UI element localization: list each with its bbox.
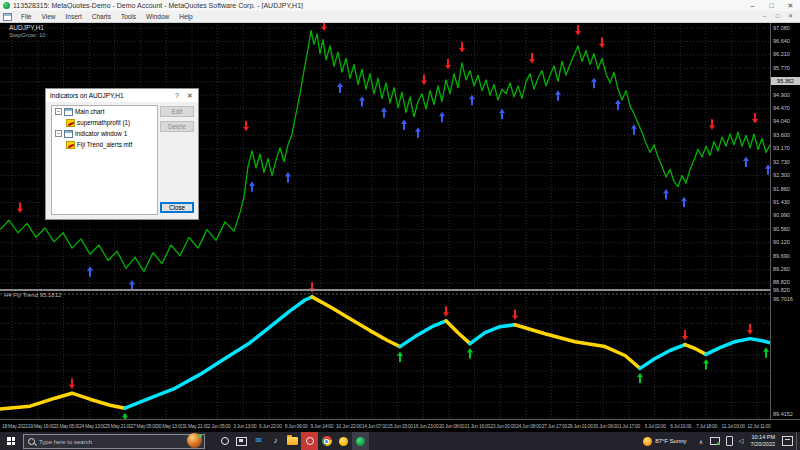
minimize-button[interactable]: – <box>743 0 762 11</box>
trend-up-arrow <box>637 373 643 384</box>
tree-item[interactable]: −Main chart <box>52 106 157 117</box>
restore-button[interactable]: □ <box>762 0 781 11</box>
edit-button[interactable]: Edit <box>160 106 194 117</box>
menu-item-tools[interactable]: Tools <box>116 11 141 22</box>
price-axis-label: 92.730 <box>773 159 790 165</box>
buy-signal-arrow <box>359 96 365 107</box>
time-axis-label: 20 Jun 08:00 <box>439 423 465 429</box>
time-axis-label: 25 May 21:00 <box>105 423 131 429</box>
metatrader-icon[interactable] <box>352 432 369 450</box>
mail-icon[interactable]: ✉ <box>250 432 267 450</box>
time-axis-label: 18 May 2022 <box>2 423 28 429</box>
opera-icon[interactable] <box>301 432 318 450</box>
time-axis-label: 3 Jun 13:00 <box>233 423 259 429</box>
taskbar-search[interactable]: Type here to search <box>23 434 205 449</box>
time-axis-label: 1 Jul 17:00 <box>619 423 645 429</box>
price-axis-label: 94.900 <box>773 92 790 98</box>
tree-item-indicator[interactable]: Fiji Trend_alerts mtf <box>52 139 157 150</box>
metatrader-logo-icon <box>3 2 10 9</box>
trend-up-arrow <box>763 347 769 358</box>
collapse-icon[interactable]: − <box>55 130 62 137</box>
file-explorer-icon[interactable] <box>284 432 301 450</box>
trend-down-arrow <box>69 378 75 389</box>
collapse-icon[interactable]: − <box>55 108 62 115</box>
menu-item-view[interactable]: View <box>36 11 60 22</box>
opera-o-icon <box>306 437 314 445</box>
clock-time: 10:14 PM <box>751 434 775 440</box>
tree-item-label: Indicator window 1 <box>75 130 127 137</box>
dialog-title: Indicators on AUDJPY,H1 <box>50 92 124 99</box>
taskbar-clock[interactable]: 10:14 PM 7/20/2022 <box>751 434 775 448</box>
menu-item-file[interactable]: File <box>16 11 36 22</box>
mdi-minimize-button[interactable]: – <box>758 12 771 21</box>
music-app-icon[interactable]: ♪ <box>267 432 284 450</box>
time-axis-label: 23 May 05:00 <box>53 423 79 429</box>
time-axis-label: 30 May 13:00 <box>156 423 182 429</box>
tray-expand-icon[interactable]: ∧ <box>699 438 703 445</box>
indicator-icon <box>66 119 75 127</box>
show-desktop-button[interactable] <box>796 432 800 450</box>
mdi-close-button[interactable]: ✕ <box>784 12 797 21</box>
dialog-help-button[interactable]: ? <box>172 92 182 99</box>
delete-button[interactable]: Delete <box>160 121 194 132</box>
honeygain-icon[interactable] <box>335 432 352 450</box>
pinned-apps: ✉ ♪ <box>216 432 369 450</box>
task-view-icon[interactable] <box>233 432 250 450</box>
indicator-window-label: H4 Fiji Trend 95.1812 <box>4 292 61 298</box>
tree-item[interactable]: −Indicator window 1 <box>52 128 157 139</box>
menu-item-window[interactable]: Window <box>141 11 174 22</box>
time-axis-label: 12 Jul 11:00 <box>747 423 773 429</box>
price-axis-label: 90.120 <box>773 239 790 245</box>
window-splitter[interactable] <box>0 289 800 291</box>
trend-down-arrow <box>747 324 753 335</box>
fiji-trend-segment <box>125 297 312 408</box>
buy-signal-arrow <box>285 172 291 183</box>
price-axis-label: 93.170 <box>773 145 790 151</box>
price-axis-label: 91.860 <box>773 186 790 192</box>
time-axis-label: 30 Jun 09:00 <box>593 423 619 429</box>
time-axis-label: 21 Jun 16:00 <box>465 423 491 429</box>
time-axis[interactable]: 18 May 202219 May 19:0023 May 05:0024 Ma… <box>0 419 800 433</box>
network-icon[interactable] <box>710 437 720 445</box>
phone-icon[interactable] <box>726 436 733 446</box>
action-center-icon[interactable] <box>782 436 793 446</box>
mdi-restore-button[interactable]: □ <box>771 12 784 21</box>
taskbar: Type here to search ✉ ♪ 87°F Sunny ∧ ◁ 1… <box>0 432 800 450</box>
dialog-close-icon[interactable]: ✕ <box>185 92 195 100</box>
volume-icon[interactable]: ◁ <box>739 437 744 445</box>
price-axis[interactable]: 95.362 96.820 96.7016 89.4152 97.08096.6… <box>770 22 800 419</box>
price-chart-svg[interactable] <box>0 22 770 432</box>
time-axis-label: 24 Jun 08:00 <box>516 423 542 429</box>
tree-item-indicator[interactable]: supermathprofit (1) <box>52 117 157 128</box>
chart-area[interactable]: AUDJPY,H1 StepGrow: 10 H4 Fiji Trend 95.… <box>0 22 800 432</box>
menu-item-help[interactable]: Help <box>174 11 197 22</box>
close-button[interactable]: ✕ <box>781 0 800 11</box>
chrome-icon[interactable] <box>318 432 335 450</box>
time-axis-label: 24 May 13:00 <box>79 423 105 429</box>
menu-item-charts[interactable]: Charts <box>87 11 116 22</box>
menu-item-insert[interactable]: Insert <box>60 11 86 22</box>
start-button[interactable] <box>0 432 22 450</box>
time-axis-label: 10 Jun 22:00 <box>336 423 362 429</box>
indicator-list[interactable]: −Main chartsupermathprofit (1)−Indicator… <box>51 105 158 215</box>
time-axis-label: 23 Jun 00:00 <box>490 423 516 429</box>
weather-text[interactable]: 87°F Sunny <box>655 438 686 444</box>
time-axis-label: 27 Jun 17:00 <box>542 423 568 429</box>
buy-signal-arrow <box>401 119 407 130</box>
indicator-icon <box>66 141 75 149</box>
task-view-glyph-icon <box>236 437 247 446</box>
yellow-app-icon <box>339 437 348 446</box>
close-dialog-button[interactable]: Close <box>160 202 194 213</box>
search-highlight-avatar[interactable] <box>187 433 202 448</box>
window-title: 113528315: MetaQuotes-Demo - Demo Accoun… <box>13 2 743 9</box>
indicator-axis-bottom-label: 89.4152 <box>773 411 793 417</box>
dialog-titlebar[interactable]: Indicators on AUDJPY,H1 ? ✕ <box>46 89 198 102</box>
time-axis-label: 11 Jul 03:00 <box>722 423 748 429</box>
time-axis-label: 8 Jun 06:00 <box>285 423 311 429</box>
menu-items: FileViewInsertChartsToolsWindowHelp <box>16 11 758 22</box>
weather-sun-icon[interactable] <box>643 437 652 446</box>
buy-signal-arrow <box>337 82 343 93</box>
price-axis-label: 96.210 <box>773 51 790 57</box>
cortana-icon[interactable] <box>216 432 233 450</box>
price-axis-label: 94.470 <box>773 105 790 111</box>
